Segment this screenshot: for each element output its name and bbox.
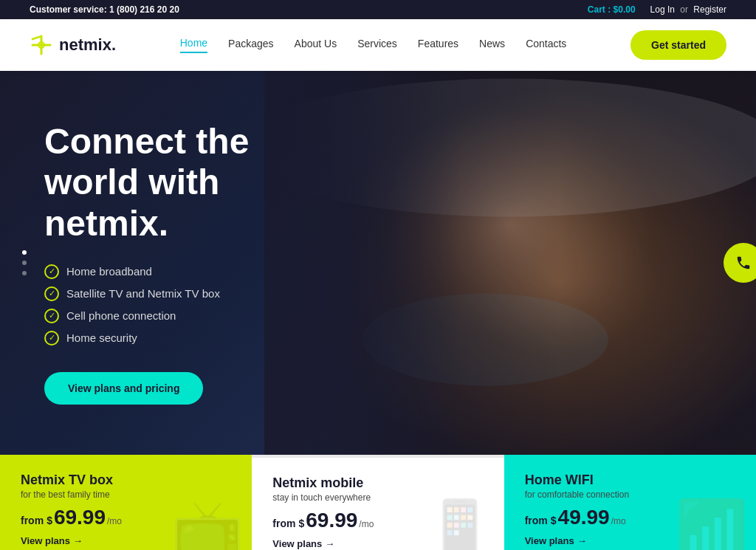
- svg-point-7: [363, 294, 609, 386]
- hero-title: Connect the world with netmix.: [44, 121, 340, 244]
- pricing-mobile-bg-icon: 📱: [423, 496, 497, 550]
- feature-item-4: ✓ Home security: [44, 331, 340, 346]
- pricing-card-tv: Netmix TV box for the best family time f…: [0, 455, 252, 550]
- nav-news[interactable]: News: [479, 38, 505, 52]
- logo-text: netmix.: [59, 35, 116, 55]
- pricing-tv-bg-icon: 📺: [171, 496, 244, 550]
- logo-link[interactable]: netmix.: [30, 33, 116, 57]
- pricing-mobile-link-text: View plans: [272, 538, 322, 549]
- pricing-wifi-from: from: [525, 515, 548, 526]
- top-right-bar: Cart : $0.00 Log In or Register: [588, 4, 726, 15]
- pricing-tv-title: Netmix TV box: [21, 472, 231, 488]
- register-link[interactable]: Register: [693, 4, 726, 15]
- customer-service: Customer service: 1 (800) 216 20 20: [30, 4, 179, 15]
- pricing-tv-link-text: View plans: [21, 535, 70, 546]
- feature-label-1: Home broadband: [66, 265, 152, 278]
- hero-section: Connect the world with netmix. ✓ Home br…: [0, 71, 756, 455]
- hero-content: Connect the world with netmix. ✓ Home br…: [0, 121, 384, 405]
- pricing-mobile-per: /mo: [359, 519, 374, 529]
- nav-home[interactable]: Home: [180, 37, 207, 53]
- login-link[interactable]: Log In: [650, 4, 675, 15]
- pricing-card-mobile: Netmix mobile stay in touch everywhere f…: [252, 455, 504, 550]
- pricing-tv-from: from: [21, 515, 44, 526]
- feature-item-1: ✓ Home broadband: [44, 264, 340, 279]
- slider-dot-2[interactable]: [22, 261, 27, 265]
- feature-label-3: Cell phone connection: [66, 309, 176, 322]
- auth-separator: or: [680, 4, 688, 15]
- logo-icon: [30, 33, 53, 57]
- auth-links: Log In or Register: [650, 4, 726, 15]
- header: netmix. Home Packages About Us Services …: [0, 19, 756, 71]
- view-plans-button[interactable]: View plans and pricing: [44, 372, 203, 405]
- svg-line-2: [32, 36, 41, 39]
- pricing-tv-arrow: →: [73, 535, 83, 546]
- get-started-button[interactable]: Get started: [630, 30, 726, 60]
- nav-about[interactable]: About Us: [295, 38, 337, 52]
- customer-service-number: 1 (800) 216 20 20: [109, 4, 179, 15]
- main-nav: Home Packages About Us Services Features…: [180, 37, 567, 53]
- pricing-wifi-amount: 49.99: [558, 506, 610, 529]
- pricing-mobile-dollar: $: [298, 518, 304, 529]
- pricing-mobile-from: from: [272, 518, 295, 529]
- feature-label-4: Home security: [66, 331, 137, 344]
- pricing-wifi-bg-icon: 📶: [675, 496, 749, 550]
- pricing-tv-amount: 69.99: [54, 506, 106, 529]
- pricing-wifi-per: /mo: [611, 516, 626, 526]
- pricing-wifi-link-text: View plans: [525, 535, 574, 546]
- phone-icon: [735, 255, 752, 271]
- nav-features[interactable]: Features: [418, 38, 458, 52]
- pricing-card-wifi: Home WIFI for comfortable connection fro…: [504, 455, 756, 550]
- check-icon-1: ✓: [44, 264, 59, 279]
- pricing-section: Netmix TV box for the best family time f…: [0, 455, 756, 550]
- pricing-tv-dollar: $: [47, 515, 52, 526]
- customer-service-label: Customer service:: [30, 4, 107, 15]
- feature-item-3: ✓ Cell phone connection: [44, 309, 340, 323]
- pricing-wifi-title: Home WIFI: [525, 472, 735, 488]
- slider-dot-1[interactable]: [22, 250, 27, 255]
- feature-label-2: Satellite TV and Netmix TV box: [66, 287, 220, 300]
- cart-info: Cart : $0.00: [588, 4, 636, 15]
- pricing-tv-per: /mo: [107, 516, 122, 526]
- nav-packages[interactable]: Packages: [228, 38, 273, 52]
- nav-services[interactable]: Services: [357, 38, 397, 52]
- feature-item-2: ✓ Satellite TV and Netmix TV box: [44, 286, 340, 301]
- slider-dots: [22, 250, 27, 275]
- pricing-mobile-arrow: →: [325, 538, 334, 549]
- cart-label: Cart :: [588, 4, 611, 15]
- pricing-wifi-arrow: →: [577, 535, 587, 546]
- check-icon-2: ✓: [44, 286, 59, 301]
- pricing-wifi-dollar: $: [551, 515, 557, 526]
- topbar: Customer service: 1 (800) 216 20 20 Cart…: [0, 0, 756, 19]
- check-icon-3: ✓: [44, 309, 59, 323]
- hero-features-list: ✓ Home broadband ✓ Satellite TV and Netm…: [44, 264, 340, 346]
- nav-contacts[interactable]: Contacts: [526, 38, 566, 52]
- pricing-mobile-title: Netmix mobile: [272, 475, 483, 491]
- pricing-mobile-amount: 69.99: [306, 509, 357, 532]
- check-icon-4: ✓: [44, 331, 59, 346]
- cart-amount: $0.00: [614, 4, 636, 15]
- slider-dot-3[interactable]: [22, 271, 27, 275]
